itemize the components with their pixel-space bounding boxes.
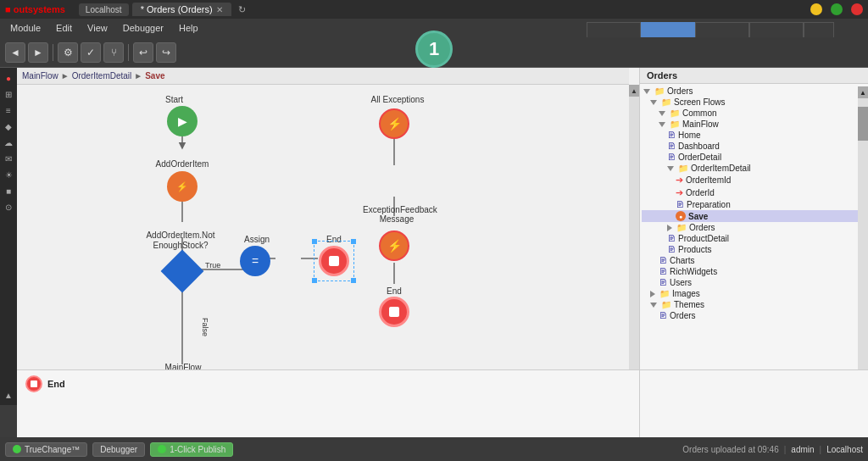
- tree-orderid[interactable]: ➔ OrderId: [642, 186, 866, 199]
- redo-button[interactable]: ↪: [156, 42, 176, 63]
- tree-dashboard[interactable]: 🖹 Dashboard: [642, 141, 866, 152]
- debugger-label: Debugger: [100, 445, 137, 454]
- rp-scroll-thumb[interactable]: [858, 107, 868, 141]
- close-tab-icon[interactable]: ✕: [216, 5, 223, 14]
- tree-preparation[interactable]: 🖹 Preparation: [642, 199, 866, 210]
- node-start-label: Start: [165, 95, 183, 105]
- node-exceptionfeedback[interactable]: ⚡: [379, 230, 409, 261]
- tree-save[interactable]: ● Save: [642, 210, 866, 222]
- expand-mainflow: [659, 122, 665, 127]
- sidebar-icon-7[interactable]: ☀: [2, 168, 15, 181]
- canvas-scrollbar-v[interactable]: ▲ ▼: [629, 85, 639, 405]
- menu-debugger[interactable]: Debugger: [116, 21, 170, 35]
- breadcrumb-orderitemdetail[interactable]: OrderItemDetail: [72, 71, 132, 81]
- debugger-button[interactable]: Debugger: [92, 442, 145, 457]
- menu-view[interactable]: View: [81, 21, 114, 35]
- bp-title: End: [25, 375, 631, 392]
- folder-icon-common: 📁: [670, 108, 680, 118]
- folder-icon-sf: 📁: [661, 97, 671, 107]
- tree-mainflow[interactable]: 📁 MainFlow: [642, 119, 866, 130]
- left-sidebar: ● ⊞ ≡ ◆ ☁ ✉ ☀ ■ ⊙ ▲: [0, 68, 17, 405]
- true-label: True: [205, 261, 220, 269]
- sidebar-collapse[interactable]: ▲: [2, 388, 15, 402]
- tree-images-label: Images: [672, 289, 700, 298]
- tree-prep-label: Preparation: [687, 200, 731, 209]
- toolbar-separator-2: [128, 44, 129, 61]
- settings-button[interactable]: ⚙: [58, 42, 78, 63]
- sidebar-icon-1[interactable]: ●: [2, 71, 15, 85]
- node-assign[interactable]: =: [240, 246, 270, 276]
- sidebar-icon-6[interactable]: ✉: [2, 152, 15, 165]
- page-icon-rw: 🖹: [659, 267, 667, 276]
- back-button[interactable]: ◄: [5, 42, 25, 63]
- tree-users[interactable]: 🖹 Users: [642, 277, 866, 288]
- tree-common[interactable]: 📁 Common: [642, 108, 866, 119]
- toolbar-separator-1: [53, 44, 53, 61]
- localhost-tab[interactable]: Localhost: [79, 3, 129, 16]
- verify-button[interactable]: ✓: [81, 42, 101, 63]
- sidebar-icon-2[interactable]: ⊞: [2, 87, 15, 101]
- handle-bl[interactable]: [312, 278, 317, 283]
- menu-help[interactable]: Help: [172, 21, 205, 35]
- scroll-up-btn[interactable]: ▲: [629, 85, 639, 97]
- node-end2[interactable]: [379, 297, 409, 327]
- tree-products[interactable]: 🖹 Products: [642, 244, 866, 255]
- sidebar-icon-9[interactable]: ⊙: [2, 200, 15, 214]
- tree-orderitemid[interactable]: ➔ OrderItemId: [642, 174, 866, 186]
- tree-themes-orders[interactable]: 🖹 Orders: [642, 310, 866, 321]
- node-start: Start: [165, 95, 183, 107]
- tree-themes[interactable]: 📁 Themes: [642, 299, 866, 310]
- node-start-circle[interactable]: ▶: [167, 106, 198, 136]
- sidebar-icon-3[interactable]: ≡: [2, 103, 15, 117]
- breadcrumb-save[interactable]: Save: [145, 71, 164, 81]
- sidebar-icon-5[interactable]: ☁: [2, 136, 15, 149]
- tree-orderdetail[interactable]: 🖹 OrderDetail: [642, 152, 866, 163]
- forward-button[interactable]: ►: [28, 42, 48, 63]
- step-number: 1: [429, 38, 439, 60]
- tree-sf-label: Screen Flows: [674, 97, 726, 107]
- page-icon-pd: 🖹: [667, 234, 676, 243]
- node-condition-label: AddOrderItem.NotEnoughStock?: [142, 230, 219, 251]
- menu-module[interactable]: Module: [3, 21, 47, 35]
- tree-orders-sub[interactable]: 📁 Orders: [642, 222, 866, 233]
- branch-button[interactable]: ⑂: [103, 42, 124, 63]
- tree-orders-label: Orders: [667, 86, 693, 96]
- menu-edit[interactable]: Edit: [49, 21, 79, 35]
- handle-br[interactable]: [351, 278, 356, 283]
- canvas-area[interactable]: MainFlow ► OrderItemDetail ► Save: [17, 68, 639, 405]
- tree-richwidgets[interactable]: 🖹 RichWidgets: [642, 266, 866, 277]
- tree-productdetail[interactable]: 🖹 ProductDetail: [642, 233, 866, 244]
- tree-home-label: Home: [678, 131, 701, 140]
- page-icon-tord: 🖹: [659, 311, 667, 320]
- close-button[interactable]: [851, 3, 863, 15]
- main-area: ● ⊞ ≡ ◆ ☁ ✉ ☀ ■ ⊙ ▲ MainFlow ► OrderItem…: [0, 68, 868, 405]
- tree-od-label: OrderDetail: [678, 153, 721, 162]
- node-condition[interactable]: [161, 250, 204, 293]
- tree-orders-root[interactable]: 📁 Orders: [642, 86, 866, 97]
- sidebar-icon-8[interactable]: ■: [2, 184, 15, 197]
- tree-users-label: Users: [670, 278, 692, 287]
- folder-icon-themes: 📁: [661, 300, 671, 309]
- tree-common-label: Common: [682, 108, 717, 118]
- handle-tl[interactable]: [312, 239, 317, 244]
- rp-scrollbar[interactable]: ▲ ▼: [858, 86, 868, 405]
- node-addorderitem[interactable]: ⚡: [167, 171, 198, 202]
- rp-scroll-up[interactable]: ▲: [858, 86, 868, 98]
- publish-button[interactable]: 1-Click Publish: [150, 442, 233, 457]
- breadcrumb-mainflow[interactable]: MainFlow: [22, 71, 58, 81]
- tree-charts[interactable]: 🖹 Charts: [642, 255, 866, 266]
- reload-icon[interactable]: ↻: [238, 4, 246, 15]
- undo-button[interactable]: ↩: [133, 42, 153, 63]
- handle-tr[interactable]: [351, 239, 356, 244]
- tree-images[interactable]: 📁 Images: [642, 288, 866, 299]
- tree-home[interactable]: 🖹 Home: [642, 130, 866, 141]
- expand-screenflows: [650, 100, 657, 105]
- sidebar-icon-4[interactable]: ◆: [2, 119, 15, 133]
- tree-orderitemdetail[interactable]: 📁 OrderItemDetail: [642, 163, 866, 174]
- folder-icon-orders: 📁: [654, 86, 665, 96]
- truechange-button[interactable]: TrueChange™: [5, 442, 87, 457]
- node-allexceptions[interactable]: ⚡: [379, 108, 409, 139]
- tree-orderid-label: OrderId: [686, 188, 715, 197]
- tree-screen-flows[interactable]: 📁 Screen Flows: [642, 97, 866, 108]
- orders-tab[interactable]: * Orders (Orders) ✕: [132, 3, 231, 16]
